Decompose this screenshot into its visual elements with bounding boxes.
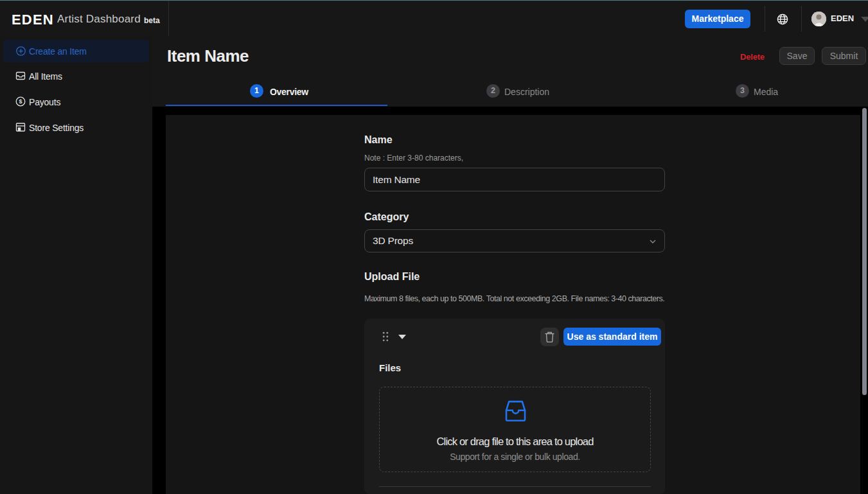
svg-text:$: $	[19, 98, 22, 105]
